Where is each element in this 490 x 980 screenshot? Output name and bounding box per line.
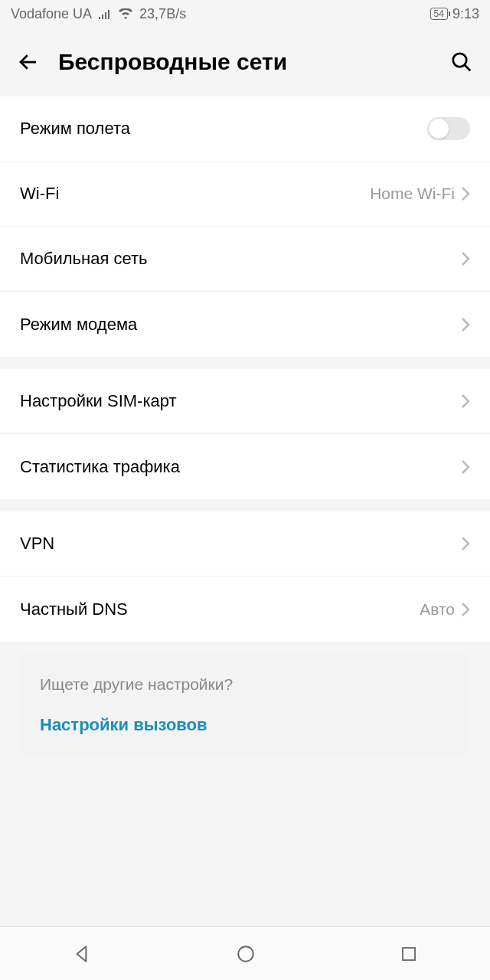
nav-back-button[interactable] (72, 944, 92, 964)
hint-title: Ищете другие настройки? (40, 675, 450, 694)
svg-point-0 (453, 54, 467, 67)
row-value: Home Wi-Fi (370, 185, 455, 203)
time-label: 9:13 (452, 6, 479, 22)
chevron-right-icon (461, 536, 470, 551)
settings-group: VPN Частный DNS Авто (0, 511, 490, 642)
hint-card: Ищете другие настройки? Настройки вызово… (20, 654, 470, 756)
row-label: Мобильная сеть (20, 249, 461, 269)
data-rate-label: 23,7B/s (139, 6, 186, 22)
mobile-network-row[interactable]: Мобильная сеть (0, 227, 490, 292)
nav-home-button[interactable] (236, 944, 256, 964)
row-label: Режим модема (20, 315, 461, 335)
chevron-right-icon (461, 602, 470, 617)
tethering-row[interactable]: Режим модема (0, 292, 490, 357)
svg-point-1 (238, 946, 253, 962)
sim-settings-row[interactable]: Настройки SIM-карт (0, 369, 490, 434)
wifi-row[interactable]: Wi-Fi Home Wi-Fi (0, 162, 490, 227)
row-label: Режим полета (20, 119, 427, 139)
battery-icon: 54 (430, 8, 448, 20)
status-bar: Vodafone UA 23,7B/s 54 9:13 (0, 0, 490, 28)
navigation-bar (0, 926, 490, 980)
settings-group: Настройки SIM-карт Статистика трафика (0, 369, 490, 499)
airplane-mode-toggle[interactable] (427, 117, 470, 140)
page-title: Беспроводные сети (58, 49, 432, 75)
wifi-icon (118, 8, 133, 19)
vpn-row[interactable]: VPN (0, 511, 490, 577)
row-label: Статистика трафика (20, 457, 461, 477)
row-label: Частный DNS (20, 599, 420, 619)
carrier-label: Vodafone UA (11, 6, 92, 22)
header: Беспроводные сети (0, 28, 490, 96)
svg-rect-2 (403, 948, 415, 960)
chevron-right-icon (461, 394, 470, 409)
private-dns-row[interactable]: Частный DNS Авто (0, 577, 490, 642)
row-label: Настройки SIM-карт (20, 391, 461, 411)
call-settings-link[interactable]: Настройки вызовов (40, 715, 450, 735)
chevron-right-icon (461, 251, 470, 266)
search-button[interactable] (450, 51, 473, 74)
settings-group: Режим полета Wi-Fi Home Wi-Fi Мобильная … (0, 96, 490, 357)
chevron-right-icon (461, 317, 470, 332)
row-value: Авто (420, 600, 455, 619)
back-button[interactable] (17, 51, 40, 74)
airplane-mode-row[interactable]: Режим полета (0, 96, 490, 162)
signal-icon (98, 8, 112, 19)
nav-recent-button[interactable] (400, 945, 418, 963)
traffic-stats-row[interactable]: Статистика трафика (0, 434, 490, 499)
row-label: VPN (20, 534, 461, 554)
row-label: Wi-Fi (20, 184, 370, 204)
chevron-right-icon (461, 186, 470, 201)
chevron-right-icon (461, 459, 470, 475)
settings-content: Режим полета Wi-Fi Home Wi-Fi Мобильная … (0, 96, 490, 756)
